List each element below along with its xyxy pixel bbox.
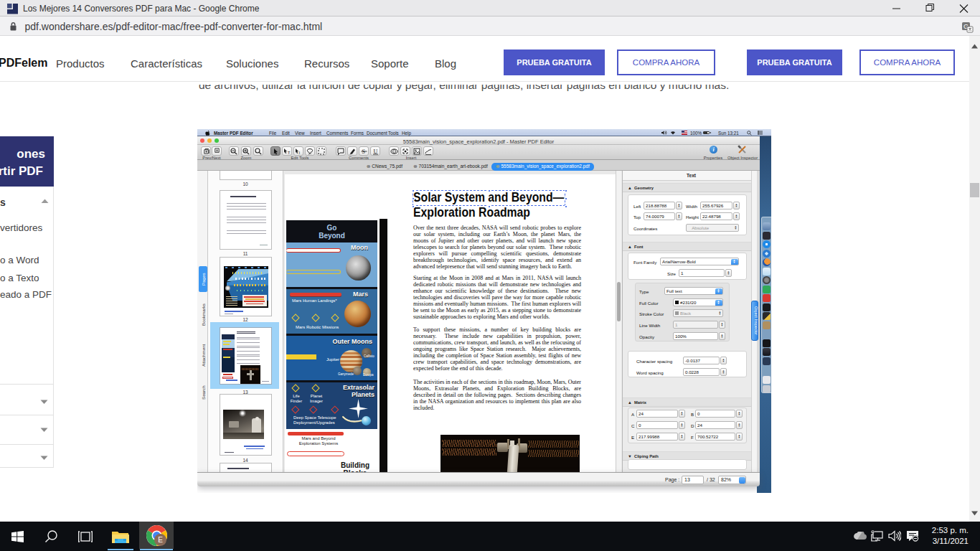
svg-text:U: U bbox=[373, 148, 377, 154]
svg-text:T: T bbox=[288, 151, 291, 155]
svg-text:I: I bbox=[299, 151, 301, 155]
svg-text:S: S bbox=[362, 149, 364, 155]
